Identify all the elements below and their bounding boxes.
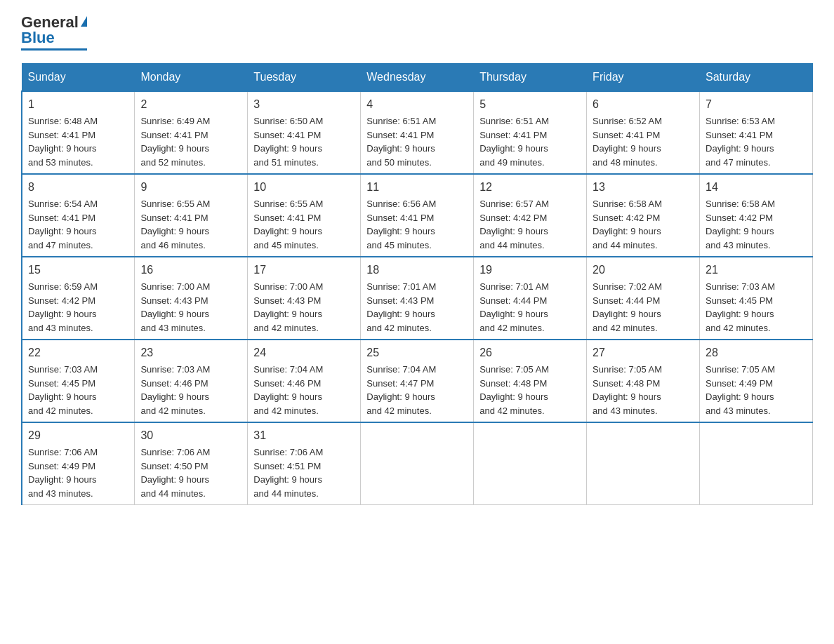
calendar-cell: 17Sunrise: 7:00 AMSunset: 4:43 PMDayligh… xyxy=(248,257,361,340)
calendar-cell: 28Sunrise: 7:05 AMSunset: 4:49 PMDayligh… xyxy=(700,340,813,422)
calendar-cell xyxy=(700,422,813,505)
header-sunday: Sunday xyxy=(22,64,135,92)
day-info: Sunrise: 6:52 AMSunset: 4:41 PMDaylight:… xyxy=(593,116,662,168)
day-number: 23 xyxy=(140,344,241,361)
calendar-cell: 15Sunrise: 6:59 AMSunset: 4:42 PMDayligh… xyxy=(22,257,135,340)
day-info: Sunrise: 7:03 AMSunset: 4:46 PMDaylight:… xyxy=(140,364,210,416)
day-number: 30 xyxy=(140,427,241,444)
day-number: 15 xyxy=(28,262,128,279)
day-number: 7 xyxy=(706,96,807,113)
day-number: 31 xyxy=(253,427,355,444)
header-monday: Monday xyxy=(135,64,248,92)
day-info: Sunrise: 6:58 AMSunset: 4:42 PMDaylight:… xyxy=(593,199,662,250)
day-info: Sunrise: 6:54 AMSunset: 4:41 PMDaylight:… xyxy=(28,199,98,250)
calendar-cell: 23Sunrise: 7:03 AMSunset: 4:46 PMDayligh… xyxy=(135,340,248,422)
day-number: 2 xyxy=(140,96,241,113)
calendar-cell: 10Sunrise: 6:55 AMSunset: 4:41 PMDayligh… xyxy=(248,174,361,257)
day-info: Sunrise: 6:57 AMSunset: 4:42 PMDaylight:… xyxy=(479,199,549,250)
day-number: 17 xyxy=(253,262,355,279)
day-number: 20 xyxy=(593,262,694,279)
day-number: 3 xyxy=(253,96,355,113)
logo: General Blue xyxy=(21,14,87,51)
day-number: 8 xyxy=(28,179,128,196)
week-row-1: 1Sunrise: 6:48 AMSunset: 4:41 PMDaylight… xyxy=(22,91,813,174)
day-info: Sunrise: 7:05 AMSunset: 4:49 PMDaylight:… xyxy=(706,364,775,416)
week-row-4: 22Sunrise: 7:03 AMSunset: 4:45 PMDayligh… xyxy=(22,340,813,422)
day-number: 12 xyxy=(479,179,581,196)
day-number: 9 xyxy=(140,179,241,196)
day-number: 11 xyxy=(366,179,468,196)
day-number: 18 xyxy=(366,262,468,279)
day-info: Sunrise: 7:03 AMSunset: 4:45 PMDaylight:… xyxy=(706,281,775,333)
day-info: Sunrise: 7:06 AMSunset: 4:50 PMDaylight:… xyxy=(140,447,210,499)
day-info: Sunrise: 6:56 AMSunset: 4:41 PMDaylight:… xyxy=(366,199,436,250)
day-number: 5 xyxy=(479,96,581,113)
calendar-cell: 13Sunrise: 6:58 AMSunset: 4:42 PMDayligh… xyxy=(587,174,700,257)
calendar-cell xyxy=(587,422,700,505)
week-row-3: 15Sunrise: 6:59 AMSunset: 4:42 PMDayligh… xyxy=(22,257,813,340)
calendar-cell: 4Sunrise: 6:51 AMSunset: 4:41 PMDaylight… xyxy=(361,91,474,174)
day-number: 4 xyxy=(366,96,468,113)
calendar-cell: 11Sunrise: 6:56 AMSunset: 4:41 PMDayligh… xyxy=(361,174,474,257)
day-number: 26 xyxy=(479,344,581,361)
day-info: Sunrise: 6:49 AMSunset: 4:41 PMDaylight:… xyxy=(140,116,210,168)
day-number: 25 xyxy=(366,344,468,361)
calendar-cell: 5Sunrise: 6:51 AMSunset: 4:41 PMDaylight… xyxy=(474,91,587,174)
calendar-cell: 22Sunrise: 7:03 AMSunset: 4:45 PMDayligh… xyxy=(22,340,135,422)
calendar-cell: 27Sunrise: 7:05 AMSunset: 4:48 PMDayligh… xyxy=(587,340,700,422)
calendar-cell: 2Sunrise: 6:49 AMSunset: 4:41 PMDaylight… xyxy=(135,91,248,174)
day-number: 24 xyxy=(253,344,355,361)
header-friday: Friday xyxy=(587,64,700,92)
calendar-cell: 26Sunrise: 7:05 AMSunset: 4:48 PMDayligh… xyxy=(474,340,587,422)
day-info: Sunrise: 7:06 AMSunset: 4:51 PMDaylight:… xyxy=(253,447,323,499)
calendar-cell: 20Sunrise: 7:02 AMSunset: 4:44 PMDayligh… xyxy=(587,257,700,340)
calendar-cell: 16Sunrise: 7:00 AMSunset: 4:43 PMDayligh… xyxy=(135,257,248,340)
calendar-cell: 31Sunrise: 7:06 AMSunset: 4:51 PMDayligh… xyxy=(248,422,361,505)
day-info: Sunrise: 6:51 AMSunset: 4:41 PMDaylight:… xyxy=(479,116,549,168)
day-info: Sunrise: 7:04 AMSunset: 4:46 PMDaylight:… xyxy=(253,364,323,416)
day-number: 22 xyxy=(28,344,128,361)
calendar-cell: 9Sunrise: 6:55 AMSunset: 4:41 PMDaylight… xyxy=(135,174,248,257)
calendar-cell xyxy=(474,422,587,505)
day-info: Sunrise: 7:00 AMSunset: 4:43 PMDaylight:… xyxy=(253,281,323,333)
day-number: 6 xyxy=(593,96,694,113)
calendar-cell: 21Sunrise: 7:03 AMSunset: 4:45 PMDayligh… xyxy=(700,257,813,340)
day-info: Sunrise: 6:50 AMSunset: 4:41 PMDaylight:… xyxy=(253,116,323,168)
logo-blue: Blue xyxy=(21,29,55,46)
calendar-cell: 30Sunrise: 7:06 AMSunset: 4:50 PMDayligh… xyxy=(135,422,248,505)
day-info: Sunrise: 7:01 AMSunset: 4:43 PMDaylight:… xyxy=(366,281,436,333)
calendar-cell xyxy=(361,422,474,505)
week-row-2: 8Sunrise: 6:54 AMSunset: 4:41 PMDaylight… xyxy=(22,174,813,257)
day-info: Sunrise: 6:59 AMSunset: 4:42 PMDaylight:… xyxy=(28,281,98,333)
calendar-cell: 18Sunrise: 7:01 AMSunset: 4:43 PMDayligh… xyxy=(361,257,474,340)
day-info: Sunrise: 7:01 AMSunset: 4:44 PMDaylight:… xyxy=(479,281,549,333)
day-info: Sunrise: 6:55 AMSunset: 4:41 PMDaylight:… xyxy=(140,199,210,250)
calendar-cell: 7Sunrise: 6:53 AMSunset: 4:41 PMDaylight… xyxy=(700,91,813,174)
day-number: 16 xyxy=(140,262,241,279)
calendar-table: SundayMondayTuesdayWednesdayThursdayFrid… xyxy=(21,63,813,505)
header-saturday: Saturday xyxy=(700,64,813,92)
week-row-5: 29Sunrise: 7:06 AMSunset: 4:49 PMDayligh… xyxy=(22,422,813,505)
day-info: Sunrise: 7:04 AMSunset: 4:47 PMDaylight:… xyxy=(366,364,436,416)
day-info: Sunrise: 6:53 AMSunset: 4:41 PMDaylight:… xyxy=(706,116,775,168)
header-tuesday: Tuesday xyxy=(248,64,361,92)
day-info: Sunrise: 7:00 AMSunset: 4:43 PMDaylight:… xyxy=(140,281,210,333)
calendar-cell: 19Sunrise: 7:01 AMSunset: 4:44 PMDayligh… xyxy=(474,257,587,340)
calendar-cell: 14Sunrise: 6:58 AMSunset: 4:42 PMDayligh… xyxy=(700,174,813,257)
day-number: 21 xyxy=(706,262,807,279)
day-info: Sunrise: 6:48 AMSunset: 4:41 PMDaylight:… xyxy=(28,116,98,168)
day-number: 29 xyxy=(28,427,128,444)
day-info: Sunrise: 6:55 AMSunset: 4:41 PMDaylight:… xyxy=(253,199,323,250)
calendar-cell: 29Sunrise: 7:06 AMSunset: 4:49 PMDayligh… xyxy=(22,422,135,505)
calendar-cell: 8Sunrise: 6:54 AMSunset: 4:41 PMDaylight… xyxy=(22,174,135,257)
day-info: Sunrise: 7:03 AMSunset: 4:45 PMDaylight:… xyxy=(28,364,98,416)
calendar-cell: 25Sunrise: 7:04 AMSunset: 4:47 PMDayligh… xyxy=(361,340,474,422)
calendar-cell: 12Sunrise: 6:57 AMSunset: 4:42 PMDayligh… xyxy=(474,174,587,257)
day-number: 1 xyxy=(28,96,128,113)
calendar-cell: 6Sunrise: 6:52 AMSunset: 4:41 PMDaylight… xyxy=(587,91,700,174)
calendar-cell: 24Sunrise: 7:04 AMSunset: 4:46 PMDayligh… xyxy=(248,340,361,422)
day-info: Sunrise: 7:05 AMSunset: 4:48 PMDaylight:… xyxy=(593,364,662,416)
day-number: 14 xyxy=(706,179,807,196)
day-info: Sunrise: 6:51 AMSunset: 4:41 PMDaylight:… xyxy=(366,116,436,168)
day-number: 28 xyxy=(706,344,807,361)
